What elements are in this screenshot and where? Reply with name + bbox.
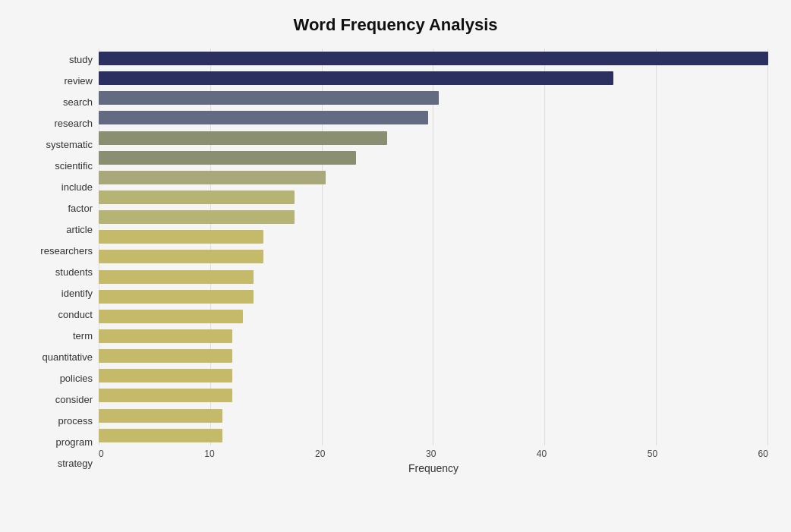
y-label: search bbox=[63, 91, 93, 112]
y-label: scientific bbox=[55, 155, 93, 176]
bar-row bbox=[99, 269, 768, 285]
bar-row bbox=[99, 150, 768, 166]
bar bbox=[99, 389, 232, 402]
bar-row bbox=[99, 130, 768, 146]
y-label: process bbox=[58, 411, 93, 432]
y-label: quantitative bbox=[43, 347, 93, 368]
y-label: researchers bbox=[40, 240, 93, 261]
y-label: students bbox=[55, 261, 93, 282]
bar-row bbox=[99, 228, 768, 245]
bar-row bbox=[99, 189, 768, 206]
x-tick: 20 bbox=[315, 449, 325, 459]
y-label: consider bbox=[55, 389, 93, 411]
x-axis-label: Frequency bbox=[99, 462, 768, 474]
bar bbox=[99, 111, 428, 124]
y-label: systematic bbox=[46, 134, 93, 155]
y-label: policies bbox=[60, 368, 93, 389]
x-tick: 10 bbox=[204, 449, 214, 459]
y-label: article bbox=[66, 219, 93, 240]
bar-row bbox=[99, 308, 768, 325]
bar bbox=[99, 369, 232, 382]
x-tick: 60 bbox=[758, 449, 768, 459]
bars-wrapper bbox=[99, 49, 768, 445]
bar-row bbox=[99, 348, 768, 364]
bar-row bbox=[99, 328, 768, 345]
y-label: program bbox=[56, 432, 93, 453]
chart-title: Word Frequency Analysis bbox=[23, 15, 768, 35]
grid-and-bars bbox=[99, 49, 768, 445]
bar bbox=[99, 329, 232, 343]
chart-container: Word Frequency Analysis studyreviewsearc… bbox=[0, 0, 791, 532]
bar bbox=[99, 429, 222, 442]
bar bbox=[99, 270, 254, 284]
bar-row bbox=[99, 50, 768, 67]
y-label: identify bbox=[61, 283, 93, 304]
bar bbox=[99, 290, 254, 304]
y-label: strategy bbox=[58, 453, 93, 474]
y-label: factor bbox=[68, 197, 93, 219]
bar-row bbox=[99, 248, 768, 265]
x-tick: 30 bbox=[426, 449, 436, 459]
bar bbox=[99, 250, 263, 263]
bar-row bbox=[99, 408, 768, 424]
x-tick: 40 bbox=[537, 449, 547, 459]
bar-row bbox=[99, 70, 768, 87]
bar bbox=[99, 171, 326, 184]
bar-row bbox=[99, 387, 768, 404]
y-labels: studyreviewsearchresearchsystematicscien… bbox=[23, 49, 99, 474]
y-label: term bbox=[73, 326, 93, 347]
chart-area: studyreviewsearchresearchsystematicscien… bbox=[23, 49, 768, 474]
bar bbox=[99, 190, 295, 204]
bar-row bbox=[99, 367, 768, 384]
bar bbox=[99, 91, 439, 105]
bar bbox=[99, 151, 356, 165]
bar-row bbox=[99, 169, 768, 186]
bar-row bbox=[99, 427, 768, 444]
plot-area: 0102030405060 Frequency bbox=[99, 49, 768, 474]
bar bbox=[99, 409, 222, 423]
bar bbox=[99, 131, 387, 145]
x-axis: 0102030405060 bbox=[99, 449, 768, 459]
bar-row bbox=[99, 90, 768, 106]
bar-row bbox=[99, 288, 768, 305]
x-tick: 0 bbox=[99, 449, 104, 459]
bar-row bbox=[99, 109, 768, 126]
bar bbox=[99, 349, 232, 363]
bar bbox=[99, 310, 243, 323]
bar bbox=[99, 230, 263, 244]
bar bbox=[99, 210, 295, 224]
x-tick: 50 bbox=[648, 449, 657, 459]
bar bbox=[99, 71, 613, 85]
y-label: review bbox=[64, 70, 93, 91]
bar-row bbox=[99, 209, 768, 225]
y-label: conduct bbox=[58, 304, 93, 326]
y-label: include bbox=[61, 176, 93, 197]
y-label: study bbox=[69, 49, 93, 70]
y-label: research bbox=[54, 112, 93, 134]
bar bbox=[99, 52, 768, 65]
